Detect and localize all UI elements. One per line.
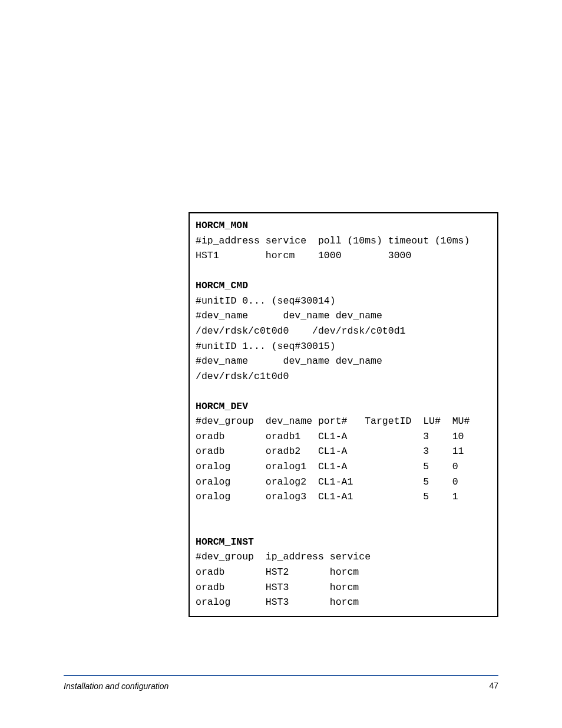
dev-line-1: oradb oradb1 CL1-A 3 10: [196, 431, 464, 442]
page-number: 47: [489, 681, 498, 690]
section-heading-inst: HORCM_INST: [196, 536, 254, 548]
dev-line-4: oralog oralog2 CL1-A1 5 0: [196, 476, 458, 487]
footer-title: Installation and configuration: [64, 681, 168, 691]
dev-line-2: oradb oradb2 CL1-A 3 11: [196, 446, 464, 457]
cmd-line-3: #unitID 1... (seq#30015): [196, 341, 336, 352]
dev-line-3: oralog oralog1 CL1-A 5 0: [196, 461, 458, 472]
cmd-line-5: /dev/rdsk/c1t0d0: [196, 371, 289, 382]
cmd-line-4: #dev_name dev_name dev_name: [196, 355, 382, 367]
dev-line-5: oralog oralog3 CL1-A1 5 1: [196, 491, 458, 502]
page: HORCM_MON #ip_address service poll (10ms…: [0, 0, 562, 728]
cmd-line-2: /dev/rdsk/c0t0d0 /dev/rdsk/c0t0d1: [196, 325, 405, 337]
mon-line-1: HST1 horcm 1000 3000: [196, 250, 411, 261]
config-file-block: HORCM_MON #ip_address service poll (10ms…: [189, 212, 498, 617]
section-heading-mon: HORCM_MON: [196, 220, 248, 231]
cmd-line-0: #unitID 0... (seq#30014): [196, 295, 336, 307]
inst-line-3: oralog HST3 horcm: [196, 597, 359, 608]
page-footer: Installation and configuration 47: [64, 675, 498, 691]
dev-line-0: #dev_group dev_name port# TargetID LU# M…: [196, 416, 470, 427]
inst-line-2: oradb HST3 horcm: [196, 582, 359, 593]
cmd-line-1: #dev_name dev_name dev_name: [196, 310, 382, 321]
section-heading-dev: HORCM_DEV: [196, 401, 248, 412]
inst-line-0: #dev_group ip_address service: [196, 551, 371, 562]
section-heading-cmd: HORCM_CMD: [196, 280, 248, 291]
inst-line-1: oradb HST2 horcm: [196, 566, 359, 578]
mon-line-0: #ip_address service poll (10ms) timeout …: [196, 235, 470, 246]
